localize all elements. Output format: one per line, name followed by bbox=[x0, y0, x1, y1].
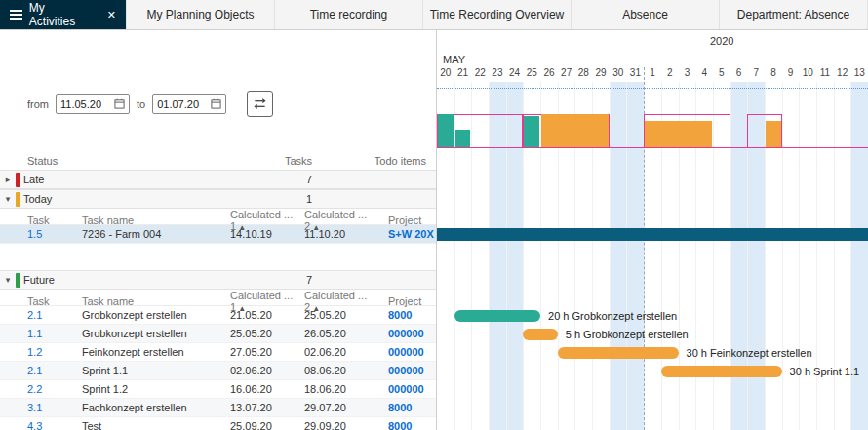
day-label: 30 bbox=[610, 67, 627, 82]
task-number-link[interactable]: 1.1 bbox=[27, 328, 82, 339]
task-row[interactable]: 2.1Grobkonzept erstellen21.05.2025.05.20… bbox=[0, 306, 436, 325]
day-label: 8 bbox=[765, 67, 782, 82]
calculated-date-1: 21.05.20 bbox=[230, 309, 304, 321]
chevron-right-icon[interactable]: ▸ bbox=[0, 175, 16, 184]
day-label: 22 bbox=[471, 67, 489, 82]
calculated-date-1: 14.10.19 bbox=[230, 228, 304, 240]
task-number-link[interactable]: 2.2 bbox=[27, 383, 82, 395]
menu-icon[interactable] bbox=[10, 10, 22, 20]
from-date-value: 11.05.20 bbox=[60, 98, 101, 110]
task-row[interactable]: 2.1Sprint 1.102.06.2008.06.20000000 bbox=[0, 362, 436, 380]
day-label: 6 bbox=[730, 67, 748, 82]
project-link[interactable]: 8000 bbox=[378, 402, 436, 413]
col-header-task-name[interactable]: Task name bbox=[82, 215, 230, 226]
gantt-bar[interactable] bbox=[523, 329, 557, 340]
col-header-project[interactable]: Project bbox=[378, 295, 436, 307]
day-label: 9 bbox=[782, 67, 800, 82]
task-row[interactable]: 1.2Feinkonzept erstellen27.05.2002.06.20… bbox=[0, 343, 436, 362]
day-label: 1 bbox=[644, 67, 661, 82]
close-icon[interactable]: ✕ bbox=[107, 9, 116, 21]
tab-label: Absence bbox=[622, 8, 668, 21]
utilization-bar bbox=[438, 114, 454, 148]
project-link[interactable]: S+W 20X bbox=[378, 228, 436, 240]
tab-my-activities[interactable]: My Activities✕ bbox=[0, 0, 127, 29]
gantt-bar[interactable] bbox=[661, 366, 782, 377]
group-gap bbox=[0, 244, 436, 270]
group-row-late[interactable]: ▸Late7 bbox=[0, 170, 436, 189]
project-link[interactable]: 000000 bbox=[378, 365, 436, 376]
gantt-bar[interactable] bbox=[437, 228, 868, 241]
calendar-icon[interactable] bbox=[211, 98, 221, 109]
calendar-icon[interactable] bbox=[114, 98, 125, 109]
refresh-button[interactable] bbox=[247, 91, 273, 117]
day-label: 31 bbox=[627, 67, 645, 82]
col-header-task-name[interactable]: Task name bbox=[82, 295, 230, 307]
task-number-link[interactable]: 1.5 bbox=[27, 228, 82, 240]
day-label: 4 bbox=[695, 67, 713, 82]
calculated-date-2: 25.05.20 bbox=[304, 309, 378, 321]
task-number-link[interactable]: 4.3 bbox=[27, 420, 82, 430]
status-accent-bar bbox=[16, 273, 20, 288]
project-link[interactable]: 000000 bbox=[378, 346, 436, 358]
day-label: 5 bbox=[713, 67, 730, 82]
task-row[interactable]: 1.1Grobkonzept erstellen25.05.2026.05.20… bbox=[0, 325, 436, 343]
group-row-today[interactable]: ▾Today1 bbox=[0, 189, 436, 209]
task-row[interactable]: 1.57236 - Farm 00414.10.1911.10.20S+W 20… bbox=[0, 225, 436, 244]
task-row[interactable]: 4.3Test25.09.2029.09.208000 bbox=[0, 417, 436, 430]
col-header-task[interactable]: Task bbox=[27, 295, 82, 307]
project-link[interactable]: 000000 bbox=[378, 383, 436, 395]
project-link[interactable]: 000000 bbox=[378, 328, 436, 339]
day-label: 12 bbox=[834, 67, 851, 82]
calculated-date-1: 02.06.20 bbox=[230, 365, 304, 376]
task-name: Feinkonzept erstellen bbox=[82, 346, 230, 358]
table-body: ▸Late7▾Today1TaskTask nameCalculated ...… bbox=[0, 170, 436, 430]
task-name: Grobkonzept erstellen bbox=[82, 309, 230, 321]
task-number-link[interactable]: 2.1 bbox=[27, 365, 82, 376]
calculated-date-2: 29.09.20 bbox=[304, 420, 378, 430]
col-header-task[interactable]: Task bbox=[27, 215, 82, 226]
calculated-date-2: 26.05.20 bbox=[304, 328, 378, 339]
day-label: 3 bbox=[679, 67, 696, 82]
tasks-column-header: Tasks bbox=[246, 155, 324, 167]
task-number-link[interactable]: 3.1 bbox=[27, 402, 82, 413]
day-label: 23 bbox=[489, 67, 506, 82]
tab-department-absence[interactable]: Department: Absence bbox=[720, 0, 868, 29]
gantt-bar-label: 30 h Feinkonzept erstellen bbox=[687, 347, 812, 359]
gantt-month-label: MAY bbox=[443, 54, 465, 65]
col-header-project[interactable]: Project bbox=[378, 215, 436, 226]
calculated-date-1: 25.09.20 bbox=[230, 420, 304, 430]
from-date-input[interactable]: 11.05.20 bbox=[56, 94, 130, 114]
calculated-date-1: 27.05.20 bbox=[230, 346, 304, 358]
to-date-value: 01.07.20 bbox=[157, 98, 199, 110]
tab-time-recording-overview[interactable]: Time Recording Overview bbox=[423, 0, 572, 29]
task-row[interactable]: 3.1Fachkonzept erstellen13.07.2029.07.20… bbox=[0, 399, 436, 417]
calculated-date-1: 16.06.20 bbox=[230, 383, 304, 395]
chevron-down-icon[interactable]: ▾ bbox=[0, 275, 16, 285]
task-name: Fachkonzept erstellen bbox=[82, 402, 230, 413]
group-task-count: 7 bbox=[246, 274, 324, 286]
chevron-down-icon[interactable]: ▾ bbox=[0, 194, 16, 204]
gantt-bar[interactable] bbox=[558, 347, 679, 359]
calculated-date-1: 13.07.20 bbox=[230, 402, 304, 413]
status-accent-bar bbox=[16, 173, 20, 187]
group-label: Today bbox=[23, 193, 246, 205]
tab-bar: My Activities✕My Planning ObjectsTime re… bbox=[0, 0, 868, 30]
project-link[interactable]: 8000 bbox=[378, 420, 436, 430]
to-label: to bbox=[137, 98, 145, 110]
task-number-link[interactable]: 2.1 bbox=[27, 309, 82, 321]
tab-my-planning-objects[interactable]: My Planning Objects bbox=[127, 0, 275, 29]
gantt-year-label: 2020 bbox=[644, 35, 800, 47]
calculated-date-2: 11.10.20 bbox=[304, 228, 378, 240]
task-row[interactable]: 2.2Sprint 1.216.06.2018.06.20000000 bbox=[0, 380, 436, 399]
day-label: 2 bbox=[661, 67, 679, 82]
task-number-link[interactable]: 1.2 bbox=[27, 346, 82, 358]
group-row-future[interactable]: ▾Future7 bbox=[0, 270, 436, 290]
gantt-bar[interactable] bbox=[454, 310, 540, 322]
project-link[interactable]: 8000 bbox=[378, 309, 436, 321]
capacity-limit-line bbox=[437, 147, 868, 148]
tab-time-recording[interactable]: Time recording bbox=[275, 0, 423, 29]
tab-label: Time recording bbox=[310, 8, 388, 21]
tab-absence[interactable]: Absence bbox=[572, 0, 720, 29]
to-date-input[interactable]: 01.07.20 bbox=[152, 94, 226, 114]
todo-items-column-header: Todo items bbox=[324, 155, 436, 167]
